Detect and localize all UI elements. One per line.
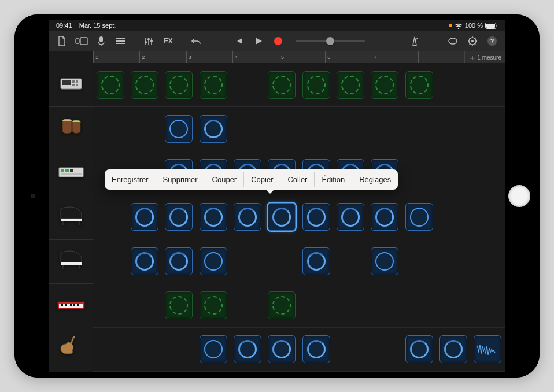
song-settings-button[interactable]: [463, 33, 482, 49]
grid-cell[interactable]: [230, 107, 264, 150]
track-header-piano-2[interactable]: [49, 240, 93, 284]
grid-cell[interactable]: [368, 239, 402, 283]
track-header-drum-machine[interactable]: [49, 63, 93, 107]
grid-cell[interactable]: [93, 239, 127, 283]
ruler-segment[interactable]: 5: [279, 51, 325, 63]
loop-cell-blue[interactable]: [405, 203, 433, 231]
go-to-start-button[interactable]: [230, 33, 248, 49]
grid-cell[interactable]: [127, 63, 161, 106]
loop-cell-green[interactable]: [200, 71, 227, 99]
grid-cell[interactable]: [299, 239, 333, 283]
help-button[interactable]: ?: [483, 33, 501, 49]
loop-cell-green[interactable]: [97, 71, 124, 99]
fx-button[interactable]: FX: [159, 33, 178, 49]
grid-cell[interactable]: [471, 151, 505, 195]
grid-cell[interactable]: [368, 283, 402, 327]
grid-cell[interactable]: [127, 195, 161, 239]
grid-cell[interactable]: [127, 328, 161, 371]
ruler-segment[interactable]: 1: [93, 51, 139, 63]
grid-cell[interactable]: [402, 63, 436, 106]
grid-cell[interactable]: [471, 195, 505, 239]
loop-cell-blue[interactable]: [165, 247, 193, 275]
loop-cell-blue[interactable]: [200, 247, 227, 275]
track-header-sampler[interactable]: [49, 151, 93, 195]
grid-cell[interactable]: [368, 63, 402, 106]
grid-cell[interactable]: [436, 107, 470, 150]
grid-cell[interactable]: [265, 63, 299, 106]
grid-cell[interactable]: [230, 195, 264, 239]
record-button[interactable]: [269, 33, 287, 49]
loop-cell-blue[interactable]: [371, 247, 398, 275]
mic-button[interactable]: [92, 33, 110, 49]
loop-cell-audio[interactable]: [474, 335, 501, 363]
loop-cell-green[interactable]: [405, 71, 433, 99]
grid-cell[interactable]: [436, 195, 470, 239]
grid-cell[interactable]: [471, 63, 505, 106]
loop-cell-green[interactable]: [165, 71, 193, 99]
grid-cell[interactable]: [299, 107, 333, 150]
grid-cell[interactable]: [93, 328, 127, 371]
grid-cell[interactable]: [402, 283, 436, 327]
context-menu-item[interactable]: Édition: [315, 172, 352, 187]
grid-cell[interactable]: [436, 328, 470, 371]
loop-cell-green[interactable]: [302, 71, 330, 99]
grid-cell[interactable]: [333, 283, 367, 327]
grid-cell[interactable]: [333, 107, 367, 150]
grid-cell[interactable]: [368, 107, 402, 150]
grid-cell[interactable]: [162, 239, 196, 283]
grid-cell[interactable]: [127, 283, 161, 327]
metronome-button[interactable]: [405, 33, 424, 49]
bar-ruler[interactable]: 1234567: [93, 51, 464, 63]
grid-cell[interactable]: [299, 328, 333, 371]
grid-cell[interactable]: [333, 239, 367, 283]
loop-cell-blue[interactable]: [439, 335, 467, 363]
loop-cell-blue[interactable]: [371, 203, 398, 231]
loop-cell-blue[interactable]: [234, 335, 261, 363]
my-songs-button[interactable]: [53, 33, 71, 49]
track-header-piano-1[interactable]: [49, 195, 93, 239]
grid-cell[interactable]: [299, 283, 333, 327]
context-menu-item[interactable]: Réglages: [352, 172, 398, 187]
grid-cell[interactable]: [230, 328, 264, 371]
grid-cell[interactable]: [368, 328, 402, 371]
grid-cell[interactable]: [162, 107, 196, 150]
volume-thumb[interactable]: [326, 37, 334, 45]
context-menu-item[interactable]: Coller: [280, 172, 315, 187]
grid-cell[interactable]: [436, 239, 470, 283]
section-length[interactable]: + 1 mesure: [464, 51, 505, 63]
grid-cell[interactable]: [436, 283, 470, 327]
grid-cell[interactable]: [368, 195, 402, 239]
loop-cell-green[interactable]: [268, 71, 296, 99]
home-button[interactable]: [508, 185, 530, 207]
grid-cell[interactable]: [127, 239, 161, 283]
grid-cell[interactable]: [93, 107, 127, 150]
loop-cell-blue[interactable]: [302, 247, 330, 275]
context-menu-item[interactable]: Copier: [244, 172, 280, 187]
grid-cell[interactable]: [230, 239, 264, 283]
loop-browser-button[interactable]: [444, 33, 462, 49]
ruler-segment[interactable]: 3: [186, 51, 232, 63]
loop-cell-green[interactable]: [268, 291, 296, 319]
track-header-bass[interactable]: [49, 328, 93, 372]
grid-cell[interactable]: [162, 63, 196, 106]
grid-cell[interactable]: [402, 107, 436, 150]
grid-cell[interactable]: [471, 328, 505, 371]
grid-cell[interactable]: [196, 283, 230, 327]
grid-cell[interactable]: [333, 195, 367, 239]
context-menu-item[interactable]: Supprimer: [156, 172, 205, 187]
loop-cell-blue[interactable]: [200, 203, 227, 231]
context-menu-item[interactable]: Couper: [205, 172, 245, 187]
loop-cell-blue[interactable]: [268, 335, 296, 363]
context-menu[interactable]: EnregistrerSupprimerCouperCopierCollerÉd…: [105, 169, 398, 190]
grid-cell[interactable]: [402, 328, 436, 371]
browser-button[interactable]: [72, 33, 91, 49]
master-volume-slider[interactable]: [296, 40, 365, 42]
grid-cell[interactable]: [471, 107, 505, 150]
grid-cell[interactable]: [93, 283, 127, 327]
loop-cell-blue[interactable]: [268, 203, 296, 231]
grid-cell[interactable]: [333, 328, 367, 371]
grid-cell[interactable]: [196, 239, 230, 283]
loop-cell-green[interactable]: [200, 291, 227, 319]
grid-cell[interactable]: [265, 195, 299, 239]
grid-cell[interactable]: [230, 63, 264, 106]
